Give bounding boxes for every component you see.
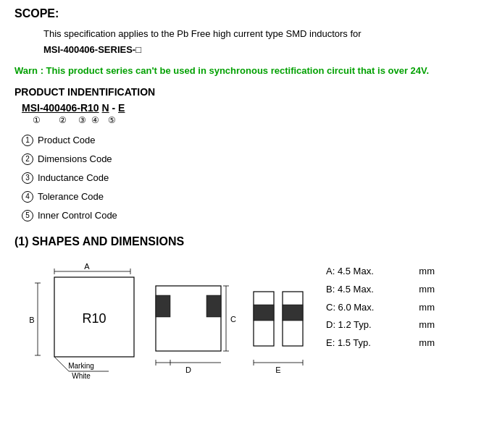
- dim-b-unit: mm: [413, 281, 435, 299]
- dim-d-unit: mm: [413, 316, 435, 334]
- circle-2: ②: [49, 115, 75, 125]
- product-id-title: PRODUCT INDENTIFICATION: [14, 86, 483, 98]
- dim-row-a: A: 4.5 Max. mm: [326, 263, 435, 281]
- code-label-1: Product Code: [38, 131, 96, 150]
- dim-e-unit: mm: [413, 334, 435, 352]
- product-id-section: PRODUCT INDENTIFICATION MSI-400406-R10 N…: [14, 86, 483, 225]
- part-seg4: N: [102, 102, 109, 114]
- shapes-title-text: (1) SHAPES AND DIMENSIONS: [14, 235, 184, 248]
- dim-row-d: D: 1.2 Typ. mm: [326, 316, 435, 334]
- circle-icon-2: 2: [22, 153, 33, 165]
- scope-title-text: SCOPE: [14, 7, 55, 20]
- circle-icon-3: 3: [22, 172, 33, 184]
- part-seg1: MSI-400406-R10: [22, 102, 99, 114]
- svg-text:R10: R10: [82, 311, 106, 326]
- part-number-container: MSI-400406-R10 N - E: [22, 102, 483, 114]
- code-item-4: 4 Tolerance Code: [22, 187, 483, 206]
- svg-text:D: D: [185, 365, 191, 374]
- circle-3: ③: [75, 115, 88, 125]
- dim-a-label: A: 4.5 Max.: [326, 263, 398, 281]
- dimensions-section: A B R10 Marking White: [14, 255, 483, 382]
- svg-rect-28: [283, 305, 303, 321]
- dim-c-unit: mm: [413, 299, 435, 317]
- code-label-4: Tolerance Code: [38, 187, 104, 206]
- dim-b-label: B: 4.5 Max.: [326, 281, 398, 299]
- svg-text:B: B: [29, 316, 34, 324]
- circle-5: ⑤: [101, 115, 122, 125]
- code-item-1: 1 Product Code: [22, 131, 483, 150]
- circle-1: ①: [23, 115, 49, 125]
- circle-icon-4: 4: [22, 191, 33, 203]
- code-label-3: Inductance Code: [38, 169, 109, 187]
- scope-title: SCOPE:: [14, 7, 483, 20]
- scope-line2: MSI-400406-SERIES-□: [43, 42, 483, 58]
- scope-colon: :: [55, 7, 59, 20]
- circle-icon-5: 5: [22, 210, 33, 221]
- code-item-2: 2 Dimensions Code: [22, 150, 483, 169]
- scope-body: This specification applies to the Pb Fre…: [43, 26, 483, 58]
- dim-d-label: D: 1.2 Typ.: [326, 316, 398, 334]
- svg-line-10: [54, 357, 69, 371]
- dim-c-label: C: 6.0 Max.: [326, 299, 398, 317]
- svg-text:A: A: [84, 262, 90, 271]
- dim-a-unit: mm: [413, 263, 435, 281]
- dim-row-c: C: 6.0 Max. mm: [326, 299, 435, 317]
- part-seg5: E: [118, 102, 125, 114]
- scope-line1: This specification applies to the Pb Fre…: [43, 26, 483, 42]
- svg-rect-16: [206, 295, 221, 317]
- shapes-section: (1) SHAPES AND DIMENSIONS A B R10: [14, 235, 483, 382]
- svg-text:E: E: [275, 365, 280, 374]
- part-dash3: -: [109, 102, 118, 114]
- scope-section: SCOPE: This specification applies to the…: [14, 7, 483, 58]
- part-number: MSI-400406-R10 N - E: [22, 102, 125, 114]
- svg-rect-27: [254, 305, 274, 321]
- diagram-area: A B R10 Marking White: [14, 255, 319, 382]
- dim-row-e: E: 1.5 Typ. mm: [326, 334, 435, 352]
- dimensions-table: A: 4.5 Max. mm B: 4.5 Max. mm C: 6.0 Max…: [326, 263, 435, 352]
- shapes-title: (1) SHAPES AND DIMENSIONS: [14, 235, 483, 248]
- circle-numbers-row: ① ② ③④ ⑤: [23, 115, 483, 125]
- dimensions-diagram: A B R10 Marking White: [14, 255, 319, 382]
- circle-4: ④: [88, 115, 101, 125]
- code-label-2: Dimensions Code: [38, 150, 112, 169]
- circle-icon-1: 1: [22, 135, 33, 146]
- code-item-5: 5 Inner Control Code: [22, 206, 483, 225]
- svg-text:C: C: [230, 315, 236, 324]
- warning-text: Warn : This product series can't be used…: [14, 65, 483, 76]
- svg-text:White: White: [72, 372, 91, 380]
- dim-row-b: B: 4.5 Max. mm: [326, 281, 435, 299]
- code-label-5: Inner Control Code: [38, 206, 117, 225]
- svg-text:Marking: Marking: [68, 362, 94, 370]
- code-list: 1 Product Code 2 Dimensions Code 3 Induc…: [22, 131, 483, 225]
- svg-rect-15: [156, 295, 170, 317]
- code-item-3: 3 Inductance Code: [22, 169, 483, 187]
- dim-e-label: E: 1.5 Typ.: [326, 334, 398, 352]
